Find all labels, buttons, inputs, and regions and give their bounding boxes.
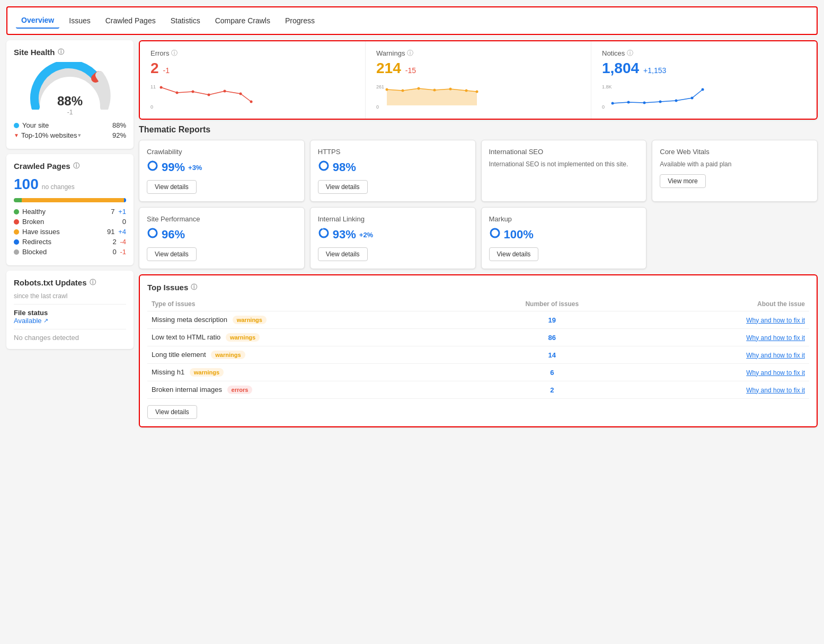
notices-delta: +1,153 [643, 66, 666, 75]
markup-view-btn[interactable]: View details [489, 247, 539, 261]
broken-dot [14, 219, 19, 225]
svg-text:0: 0 [150, 104, 153, 110]
no-changes-detected: No changes detected [14, 334, 126, 342]
healthy-dot [14, 209, 19, 214]
table-row: Low text to HTML ratio warnings 86 Why a… [147, 329, 809, 346]
fix-link[interactable]: Why and how to fix it [746, 387, 805, 394]
warnings-chart: 261 0 [376, 83, 580, 111]
badge-warnings: warnings [226, 333, 260, 342]
bar-issues [22, 198, 124, 202]
site-health-info-icon[interactable]: ⓘ [58, 48, 64, 57]
issues-table: Type of issues Number of issues About th… [147, 297, 809, 399]
errors-delta: -1 [163, 66, 170, 75]
svg-point-4 [192, 91, 194, 93]
internal-linking-view-btn[interactable]: View details [318, 247, 368, 261]
https-pct: 98% [318, 160, 468, 175]
redirects-label: Redirects [22, 238, 51, 246]
svg-text:0: 0 [376, 104, 379, 110]
svg-point-21 [612, 102, 614, 105]
tab-compare-crawls[interactable]: Compare Crawls [210, 13, 276, 28]
crawlability-view-btn[interactable]: View details [147, 180, 197, 194]
site-performance-view-btn[interactable]: View details [147, 247, 197, 261]
svg-point-27 [702, 88, 704, 91]
pages-list: Healthy 7 +1 Broken 0 Have issues [14, 208, 126, 256]
chevron-icon: ▾ [78, 132, 81, 139]
site-performance-pct: 96% [147, 227, 297, 242]
issue-name: Broken internal images errors [147, 381, 471, 399]
no-changes-label: no changes [42, 183, 75, 191]
warnings-value: 214 [376, 60, 401, 77]
tab-statistics[interactable]: Statistics [165, 13, 206, 28]
tab-overview[interactable]: Overview [16, 13, 59, 29]
markup-ring [489, 227, 501, 242]
internal-linking-title: Internal Linking [318, 215, 468, 223]
issue-name: Low text to HTML ratio warnings [147, 329, 471, 346]
svg-point-17 [465, 90, 468, 92]
core-web-vitals-view-btn[interactable]: View more [660, 174, 705, 188]
https-view-btn[interactable]: View details [318, 180, 368, 194]
tab-issues[interactable]: Issues [64, 13, 95, 28]
fix-link[interactable]: Why and how to fix it [746, 334, 805, 342]
internal-linking-card: Internal Linking 93% +2% View details [310, 207, 476, 269]
col-type: Type of issues [147, 297, 471, 311]
svg-marker-11 [387, 88, 477, 105]
list-item: Have issues 91 +4 [14, 228, 126, 236]
core-web-vitals-desc: Available with a paid plan [660, 160, 810, 169]
warnings-info-icon[interactable]: ⓘ [407, 49, 413, 58]
your-site-dot [14, 123, 19, 128]
fix-link[interactable]: Why and how to fix it [746, 369, 805, 377]
table-row: Missing meta description warnings 19 Why… [147, 311, 809, 329]
svg-text:11: 11 [150, 84, 156, 90]
healthy-label: Healthy [22, 208, 46, 216]
svg-point-6 [224, 90, 226, 93]
top-issues-info-icon[interactable]: ⓘ [191, 283, 197, 292]
fix-link[interactable]: Why and how to fix it [746, 352, 805, 359]
crawlability-pct: 99% +3% [147, 160, 297, 175]
https-ring [318, 160, 330, 175]
crawlability-ring [147, 160, 158, 175]
markup-pct: 100% [489, 227, 639, 242]
issue-count: 86 [471, 329, 633, 346]
top-issues-card: Top Issues ⓘ Type of issues Number of is… [139, 274, 818, 427]
errors-chart: 11 0 [150, 83, 355, 111]
empty-card [652, 207, 818, 269]
badge-warnings: warnings [190, 368, 224, 377]
site-performance-card: Site Performance 96% View details [139, 207, 305, 269]
issue-name: Missing h1 warnings [147, 364, 471, 381]
robots-card: Robots.txt Updates ⓘ since the last craw… [6, 271, 134, 349]
fix-link[interactable]: Why and how to fix it [746, 317, 805, 324]
list-item: Blocked 0 -1 [14, 248, 126, 256]
gauge-delta: -1 [57, 109, 83, 116]
svg-point-2 [160, 86, 163, 89]
redirects-count: 2 -4 [113, 238, 126, 246]
badge-warnings: warnings [233, 316, 267, 324]
reports-grid-row1: Crawlability 99% +3% View details [139, 140, 818, 202]
tab-progress[interactable]: Progress [280, 13, 320, 28]
svg-point-8 [250, 101, 253, 103]
have-issues-label: Have issues [22, 228, 60, 236]
thematic-reports: Thematic Reports Crawlability 99% [139, 125, 818, 269]
notices-block: Notices ⓘ 1,804 +1,153 1.8K 0 [591, 41, 817, 119]
reports-grid-row2: Site Performance 96% View details [139, 207, 818, 269]
svg-point-26 [691, 97, 694, 100]
warnings-block: Warnings ⓘ 214 -15 261 0 [366, 41, 591, 119]
your-site-legend: Your site 88% [14, 121, 126, 129]
top-issues-view-btn[interactable]: View details [147, 405, 197, 419]
internal-linking-pct: 93% +2% [318, 227, 468, 242]
robots-info-icon[interactable]: ⓘ [90, 278, 96, 287]
svg-point-25 [675, 100, 678, 102]
internal-linking-ring [318, 227, 330, 242]
notices-info-icon[interactable]: ⓘ [627, 49, 633, 58]
svg-point-37 [491, 229, 499, 237]
col-count: Number of issues [471, 297, 633, 311]
bar-redirects [124, 198, 126, 202]
available-link[interactable]: Available ↗ [14, 317, 126, 325]
svg-point-23 [643, 102, 646, 104]
warnings-delta: -15 [405, 66, 416, 75]
errors-info-icon[interactable]: ⓘ [171, 49, 178, 58]
robots-subtitle: since the last crawl [14, 292, 126, 300]
tab-crawled-pages[interactable]: Crawled Pages [100, 13, 161, 28]
issue-count: 2 [471, 381, 633, 399]
blocked-count: 0 -1 [113, 248, 126, 256]
crawled-pages-info-icon[interactable]: ⓘ [73, 162, 79, 171]
